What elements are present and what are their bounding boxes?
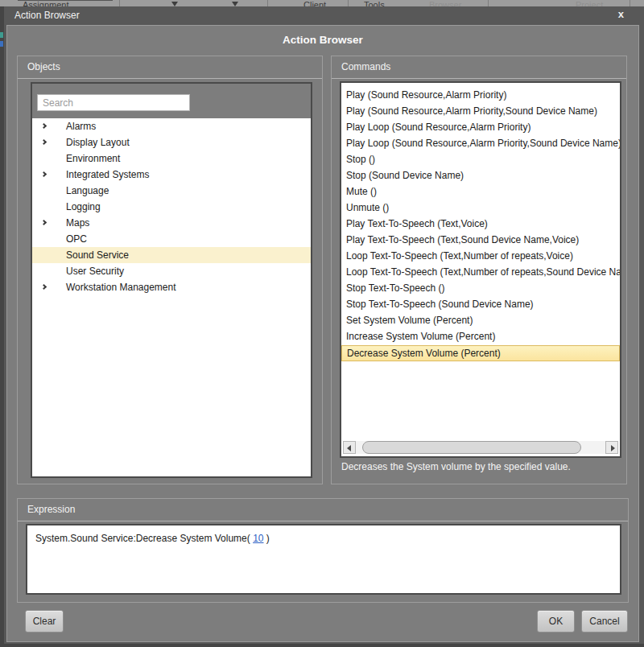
expression-argument-link[interactable]: 10: [253, 533, 263, 544]
background-menu-browser: Browser: [429, 0, 461, 6]
command-item[interactable]: Loop Text-To-Speech (Text,Number of repe…: [341, 249, 620, 265]
toolbar-separator: [630, 0, 630, 6]
tree-item-label: Integrated Systems: [66, 167, 149, 183]
commands-panel: Play (Sound Resource,Alarm Priority)Play…: [340, 81, 621, 458]
command-item[interactable]: Stop (): [341, 152, 620, 168]
expression-text: ): [263, 533, 269, 544]
command-item[interactable]: Unmute (): [341, 200, 620, 216]
toolbar-separator: [348, 0, 349, 6]
dialog-titlebar[interactable]: Action Browser x: [4, 6, 644, 25]
clear-button[interactable]: Clear: [25, 610, 64, 633]
background-menu-client: Client: [303, 0, 326, 6]
dialog-title: Action Browser: [14, 10, 80, 21]
background-toolbar: Assignment Client Tools Browser Project: [0, 0, 644, 6]
command-item[interactable]: Play (Sound Resource,Alarm Priority): [341, 88, 620, 104]
tree-item[interactable]: Workstation Management: [32, 279, 311, 295]
tree-item[interactable]: Logging: [32, 199, 311, 215]
objects-group: Objects AlarmsDisplay LayoutEnvironmentI…: [17, 56, 323, 484]
tree-item[interactable]: Display Layout: [32, 134, 311, 150]
screen: { "background_bar": { "items": ["Assignm…: [0, 0, 644, 647]
scrollbar-thumb[interactable]: [362, 441, 581, 454]
tree-item-label: Alarms: [66, 118, 96, 134]
background-menu-tools: Tools: [364, 0, 385, 6]
tree-item-label: Logging: [66, 199, 101, 215]
command-item[interactable]: Stop (Sound Device Name): [341, 168, 620, 184]
objects-group-header: Objects: [27, 61, 60, 72]
command-item[interactable]: Set System Volume (Percent): [341, 313, 620, 329]
tree-item-label: Display Layout: [66, 134, 130, 150]
group-header-divider: [332, 78, 626, 79]
toolbar-separator: [119, 0, 120, 6]
commands-list[interactable]: Play (Sound Resource,Alarm Priority)Play…: [341, 88, 620, 361]
expression-group: Expression System.Sound Service:Decrease…: [17, 498, 629, 603]
tree-item-label: Workstation Management: [66, 279, 176, 295]
expression-text: System.Sound Service:Decrease System Vol…: [35, 533, 253, 544]
objects-panel: AlarmsDisplay LayoutEnvironmentIntegrate…: [31, 82, 312, 478]
tree-item-label: Environment: [66, 150, 120, 167]
background-icon-fragment: [0, 41, 3, 47]
tree-item-label: Sound Service: [66, 247, 129, 263]
command-item[interactable]: Play (Sound Resource,Alarm Priority,Soun…: [341, 104, 620, 120]
tree-item[interactable]: Environment: [32, 150, 311, 167]
tree-item-label: Maps: [66, 215, 89, 231]
command-item[interactable]: Stop Text-To-Speech (Sound Device Name): [341, 297, 620, 313]
tree-item-label: Language: [66, 183, 109, 199]
objects-tree[interactable]: AlarmsDisplay LayoutEnvironmentIntegrate…: [32, 118, 311, 476]
command-item[interactable]: Decrease System Volume (Percent): [341, 345, 620, 361]
command-item[interactable]: Play Text-To-Speech (Text,Sound Device N…: [341, 233, 620, 249]
tree-item-label: OPC: [66, 231, 87, 247]
group-header-divider: [18, 521, 628, 521]
background-menu-assignment: Assignment: [23, 0, 68, 6]
tree-item[interactable]: Sound Service: [32, 247, 311, 263]
scroll-right-button[interactable]: [605, 441, 618, 454]
command-item[interactable]: Play Loop (Sound Resource,Alarm Priority…: [341, 136, 620, 152]
toolbar-separator: [267, 0, 268, 6]
background-menu-project: Project: [576, 0, 603, 6]
command-item[interactable]: Stop Text-To-Speech (): [341, 281, 620, 297]
tree-item-label: User Security: [66, 263, 124, 279]
toolbar-separator: [488, 0, 489, 6]
expression-group-header: Expression: [27, 504, 75, 515]
command-item[interactable]: Play Text-To-Speech (Text,Voice): [341, 216, 620, 233]
tree-item[interactable]: Alarms: [32, 118, 311, 134]
command-item[interactable]: Increase System Volume (Percent): [341, 329, 620, 345]
tree-item[interactable]: User Security: [32, 263, 311, 279]
scroll-left-icon: [347, 445, 351, 451]
tree-item[interactable]: OPC: [32, 231, 311, 247]
horizontal-scrollbar[interactable]: [343, 441, 618, 454]
command-item[interactable]: Mute (): [341, 184, 620, 200]
commands-group: Commands Play (Sound Resource,Alarm Prio…: [331, 56, 627, 484]
tree-item[interactable]: Maps: [32, 215, 311, 231]
command-item[interactable]: Loop Text-To-Speech (Text,Number of repe…: [341, 265, 620, 281]
command-item[interactable]: Play Loop (Sound Resource,Alarm Priority…: [341, 120, 620, 136]
close-icon[interactable]: x: [618, 8, 624, 20]
expression-box: System.Sound Service:Decrease System Vol…: [26, 524, 621, 595]
chevron-right-icon[interactable]: [41, 220, 47, 225]
page-title: Action Browser: [7, 34, 638, 46]
dialog-body: Action Browser Objects AlarmsDisplay Lay…: [6, 25, 639, 642]
group-header-divider: [18, 78, 322, 79]
scroll-left-button[interactable]: [343, 441, 356, 454]
commands-group-header: Commands: [341, 61, 390, 72]
chevron-right-icon[interactable]: [41, 139, 47, 145]
cancel-button[interactable]: Cancel: [581, 610, 628, 633]
tree-item[interactable]: Language: [32, 183, 311, 199]
action-browser-dialog: Action Browser x Action Browser Objects …: [4, 6, 644, 644]
chevron-right-icon[interactable]: [41, 171, 47, 177]
background-icon-fragment: [0, 32, 3, 38]
chevron-right-icon[interactable]: [41, 123, 47, 129]
scroll-right-icon: [611, 445, 615, 451]
chevron-right-icon[interactable]: [41, 284, 47, 290]
command-description: Decreases the System volume by the speci…: [341, 461, 571, 472]
ok-button[interactable]: OK: [537, 610, 575, 633]
search-input[interactable]: [37, 94, 190, 111]
tree-item[interactable]: Integrated Systems: [32, 167, 311, 183]
